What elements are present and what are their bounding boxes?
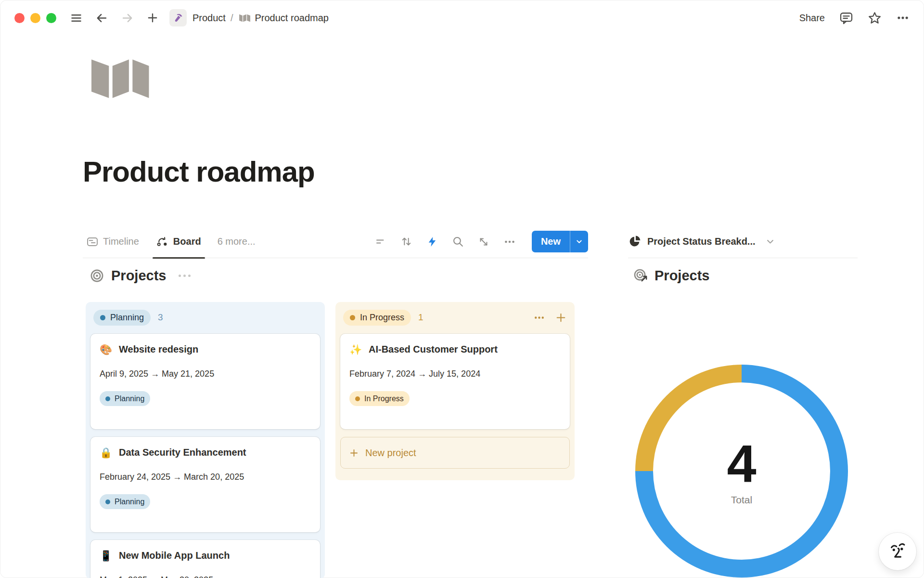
traffic-lights	[14, 13, 56, 23]
close-window-button[interactable]	[14, 13, 25, 23]
comments-icon[interactable]	[839, 11, 853, 25]
breadcrumb-root[interactable]: Product	[192, 13, 226, 24]
forward-arrow-icon[interactable]	[121, 12, 134, 25]
board-section-heading: Projects	[90, 268, 191, 284]
view-toolbar: New	[375, 231, 588, 252]
lock-emoji-icon: 🔒	[100, 446, 112, 459]
status-pill-in-progress[interactable]: In Progress	[343, 310, 411, 326]
tab-board[interactable]: Board	[153, 225, 205, 258]
chevron-down-icon[interactable]	[766, 237, 775, 246]
tab-more-views[interactable]: 6 more...	[215, 225, 258, 258]
plus-icon	[349, 448, 359, 458]
card-data-security[interactable]: 🔒 Data Security Enhancement February 24,…	[90, 437, 320, 532]
section-options-dots-icon[interactable]	[179, 275, 191, 277]
card-dates: May 1, 2025 → May 30, 2025	[100, 575, 311, 578]
status-dot-yellow	[350, 315, 355, 320]
page-title: Product roadmap	[83, 155, 315, 188]
view-options-dots-icon[interactable]	[503, 236, 516, 248]
breadcrumb-separator: /	[231, 13, 233, 24]
palette-emoji-icon: 🎨	[100, 343, 112, 356]
status-pill-planning[interactable]: Planning	[93, 310, 151, 326]
tab-timeline[interactable]: Timeline	[83, 225, 143, 258]
search-icon[interactable]	[452, 236, 464, 248]
card-dates: April 9, 2025 → May 21, 2025	[100, 369, 311, 379]
card-ai-customer-support[interactable]: ✨ AI-Based Customer Support February 7, …	[340, 334, 570, 429]
sparkles-emoji-icon: ✨	[349, 343, 362, 356]
card-title-row: 📱 New Mobile App Launch	[100, 549, 311, 562]
chart-section-title: Projects	[654, 268, 709, 284]
notion-window: Product / Product roadmap Share	[0, 0, 924, 578]
map-page-icon-small	[238, 12, 250, 24]
status-dot-yellow	[355, 396, 360, 401]
back-arrow-icon[interactable]	[95, 12, 108, 25]
column-header-planning: Planning 3	[90, 307, 320, 328]
pie-chart-icon	[628, 235, 641, 248]
column-header-in-progress: In Progress 1	[340, 307, 570, 328]
card-mobile-app[interactable]: 📱 New Mobile App Launch May 1, 2025 → Ma…	[90, 540, 320, 578]
window-topbar: Product / Product roadmap Share	[0, 0, 924, 36]
donut-total-label: Total	[731, 494, 752, 506]
linked-view-title: Project Status Breakd...	[647, 236, 756, 247]
view-tab-bar: Timeline Board 6 more...	[83, 225, 588, 258]
new-project-button[interactable]: New project	[340, 437, 570, 469]
status-dot-blue	[105, 499, 110, 504]
sidebar-menu-icon[interactable]	[70, 12, 83, 25]
card-status-tag: Planning	[100, 391, 150, 406]
card-website-redesign[interactable]: 🎨 Website redesign April 9, 2025 → May 2…	[90, 334, 320, 429]
more-options-icon[interactable]	[896, 11, 910, 25]
card-title-row: ✨ AI-Based Customer Support	[349, 343, 561, 356]
ai-face-icon	[886, 540, 909, 563]
card-dates: February 7, 2024 → July 15, 2024	[349, 369, 561, 379]
status-dot-blue	[100, 315, 105, 320]
page-map-icon[interactable]	[87, 55, 150, 102]
target-icon	[90, 268, 104, 283]
column-count: 3	[158, 312, 163, 323]
breadcrumb-current[interactable]: Product roadmap	[255, 13, 329, 24]
board-section-title: Projects	[111, 268, 166, 284]
new-button-group: New	[532, 231, 588, 252]
workspace-hammer-icon[interactable]	[169, 9, 187, 26]
status-donut-chart: 4 Total	[635, 365, 848, 578]
timeline-icon	[87, 236, 98, 248]
notion-ai-button[interactable]	[879, 533, 916, 570]
linked-target-arrow-icon	[633, 268, 648, 283]
mobile-phone-emoji-icon: 📱	[100, 549, 112, 562]
card-status-tag: In Progress	[349, 391, 410, 406]
linked-view-header[interactable]: Project Status Breakd...	[628, 225, 858, 258]
board-icon	[156, 236, 168, 248]
donut-total-value: 4	[727, 436, 756, 490]
card-title-row: 🎨 Website redesign	[100, 343, 311, 356]
column-count: 1	[418, 312, 424, 323]
column-add-plus-icon[interactable]	[555, 312, 567, 324]
board-column-in-progress: In Progress 1 ✨ AI-Based Customer Suppor…	[335, 302, 575, 480]
topbar-actions: Share	[799, 11, 910, 25]
card-dates: February 24, 2025 → March 20, 2025	[100, 472, 311, 482]
new-tab-plus-icon[interactable]	[146, 12, 159, 24]
donut-center: 4 Total	[653, 382, 830, 560]
minimize-window-button[interactable]	[30, 13, 40, 23]
column-options-dots-icon[interactable]	[533, 312, 545, 324]
new-button-caret[interactable]	[570, 231, 588, 252]
zoom-window-button[interactable]	[46, 13, 56, 23]
card-status-tag: Planning	[100, 494, 150, 509]
new-button[interactable]: New	[532, 231, 570, 252]
breadcrumb: Product / Product roadmap	[169, 9, 329, 26]
automations-lightning-icon[interactable]	[426, 236, 438, 248]
status-dot-blue	[105, 396, 110, 401]
chart-section-heading: Projects	[633, 268, 709, 284]
expand-icon[interactable]	[478, 236, 489, 248]
filter-icon[interactable]	[375, 236, 386, 248]
share-button[interactable]: Share	[799, 13, 825, 24]
favorite-star-icon[interactable]	[868, 11, 882, 25]
board-column-planning: Planning 3 🎨 Website redesign April 9, 2…	[86, 302, 325, 578]
column-actions	[533, 312, 567, 324]
card-title-row: 🔒 Data Security Enhancement	[100, 446, 311, 459]
sort-icon[interactable]	[400, 236, 412, 248]
